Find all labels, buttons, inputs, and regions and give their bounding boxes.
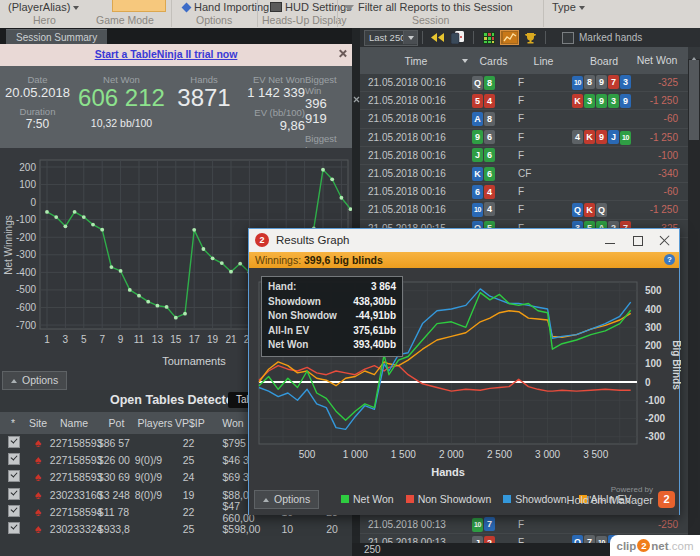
hud-settings-button[interactable]: HUD Settings: [270, 1, 352, 13]
column-header[interactable]: Name: [50, 417, 98, 429]
close-icon[interactable]: [338, 49, 347, 58]
svg-text:100: 100: [19, 179, 36, 190]
hand-row[interactable]: 21.05.2018 00:16Q8F108973-325: [360, 74, 688, 92]
scroll-up-icon[interactable]: [688, 47, 700, 59]
checkbox-checked-icon[interactable]: [8, 505, 20, 517]
range-select[interactable]: Last 250: [364, 30, 418, 46]
row-checkbox[interactable]: [0, 522, 26, 536]
pot-value: $86 57: [98, 437, 135, 449]
hand-row[interactable]: 21.05.2018 00:13107F-250: [360, 516, 688, 534]
net-won-value: -325: [636, 77, 678, 88]
maximize-button[interactable]: [625, 229, 651, 252]
replay-hand-button[interactable]: [449, 30, 468, 45]
tab-session-summary[interactable]: Session Summary: [6, 29, 107, 45]
tableninja-trial-link[interactable]: Start a TableNinja II trial now: [0, 48, 332, 60]
group-hud: Heads-Up Display: [262, 14, 347, 26]
type-dropdown[interactable]: Type: [552, 1, 585, 13]
column-header[interactable]: Net Won: [636, 55, 678, 66]
svg-text:11: 11: [134, 334, 145, 345]
row-checkbox[interactable]: [0, 453, 26, 467]
svg-text:Hands: Hands: [431, 466, 465, 478]
svg-text:-700: -700: [16, 320, 36, 331]
game-mode-highlight[interactable]: [112, 0, 166, 12]
net-won-value: -60: [636, 113, 678, 124]
watermark-text: net: [651, 540, 668, 552]
hand-row[interactable]: 21.05.2018 00:16J6F-100: [360, 147, 688, 165]
group-hero: Hero: [33, 14, 56, 26]
table-row[interactable]: ♠230233324$933,825$598,001020: [0, 520, 352, 537]
hand-row[interactable]: 21.05.2018 00:13107F-250: [360, 516, 688, 534]
playing-card: 10: [472, 518, 483, 532]
column-header[interactable]: Pot: [98, 417, 135, 429]
hole-cards: J6: [472, 148, 515, 162]
won-value: $598,00: [202, 523, 262, 535]
svg-text:500: 500: [645, 285, 662, 296]
net-won-value: -100: [636, 150, 678, 161]
checkbox-checked-icon[interactable]: [8, 470, 20, 482]
results-graph-window: 2 Results Graph Winnings: 399,6 big blin…: [248, 228, 680, 515]
hand-line: F: [515, 186, 572, 197]
scrollbar-thumb[interactable]: [689, 60, 699, 140]
svg-text:1 500: 1 500: [391, 449, 416, 460]
row-checkbox[interactable]: [0, 505, 26, 519]
playing-card: 4: [484, 185, 495, 199]
hm2-logo-icon: 2: [255, 233, 269, 247]
minimize-button[interactable]: [597, 229, 623, 252]
column-header[interactable]: Site: [26, 417, 50, 429]
playing-card: 6: [472, 185, 483, 199]
hand-row[interactable]: 21.05.2018 00:16A8F-60: [360, 110, 688, 128]
site-icon: ♠: [26, 488, 50, 502]
minimize-icon: [605, 243, 615, 244]
brand-block: Powered by Hold'em Manager: [567, 485, 653, 506]
row-checkbox[interactable]: [0, 488, 26, 502]
grid-view-button[interactable]: [479, 30, 498, 45]
checkbox-checked-icon[interactable]: [8, 522, 20, 534]
marked-hands-checkbox[interactable]: [562, 32, 574, 44]
column-header[interactable]: Line: [515, 55, 572, 67]
player-alias-dropdown[interactable]: (PlayerAlias): [8, 1, 79, 13]
hands-rows: 21.05.2018 00:16Q8F108973-32521.05.2018 …: [360, 74, 688, 238]
close-button[interactable]: [651, 229, 677, 252]
rewind-button[interactable]: [428, 30, 447, 45]
column-header[interactable]: *: [0, 417, 26, 429]
splitter-close-icon[interactable]: [353, 96, 360, 103]
column-header[interactable]: Players: [135, 417, 175, 429]
checkbox-checked-icon[interactable]: [8, 436, 20, 448]
vpip-value: 19: [175, 489, 203, 501]
playing-card: 3: [608, 94, 619, 108]
bb100-value: 10,32 bb/100: [91, 117, 152, 129]
pot-value: $3 248: [98, 489, 135, 501]
column-header[interactable]: VP$IP: [175, 417, 203, 429]
hand-row[interactable]: 21.05.2018 00:16104FQKQ-1 250: [360, 201, 688, 219]
hand-row[interactable]: 21.05.2018 00:1654FK3939-1 250: [360, 92, 688, 110]
info-icon[interactable]: ?: [664, 254, 675, 265]
playing-card: 6: [484, 148, 495, 162]
hand-row[interactable]: 21.05.2018 00:16K6CF-340: [360, 165, 688, 183]
row-checkbox[interactable]: [0, 436, 26, 450]
results-graph-button[interactable]: [500, 30, 519, 45]
left-options-button[interactable]: Options: [2, 371, 67, 390]
playing-card: 9: [472, 130, 483, 144]
column-header[interactable]: Board: [572, 55, 636, 67]
checkbox-checked-icon[interactable]: [8, 453, 20, 465]
legend-item: Net Won: [341, 493, 394, 505]
popup-options-button[interactable]: Options: [254, 490, 319, 509]
hand-row[interactable]: 21.05.2018 00:1696F4K9J10-1 250: [360, 129, 688, 147]
filter-session-button[interactable]: Filter all Reports to this Session: [344, 1, 513, 13]
hole-cards: Q8: [472, 76, 515, 90]
row-checkbox[interactable]: [0, 470, 26, 484]
vertical-scrollbar[interactable]: [688, 47, 700, 543]
board-cards: QKQ: [572, 203, 636, 217]
hand-row[interactable]: 21.05.2018 00:1664F-60: [360, 183, 688, 201]
sort-caret-icon[interactable]: [462, 59, 468, 63]
popup-titlebar[interactable]: 2 Results Graph: [249, 229, 679, 252]
trophy-button[interactable]: [521, 30, 540, 45]
playing-card: K: [584, 130, 595, 144]
checkbox-checked-icon[interactable]: [8, 488, 20, 500]
column-header[interactable]: Time: [360, 55, 472, 67]
hole-cards: A8: [472, 112, 515, 126]
svg-text:9: 9: [118, 334, 124, 345]
column-header[interactable]: Cards: [472, 55, 515, 67]
hand-time: 21.05.2018 00:16: [360, 113, 472, 124]
hand-line: F: [515, 519, 572, 530]
